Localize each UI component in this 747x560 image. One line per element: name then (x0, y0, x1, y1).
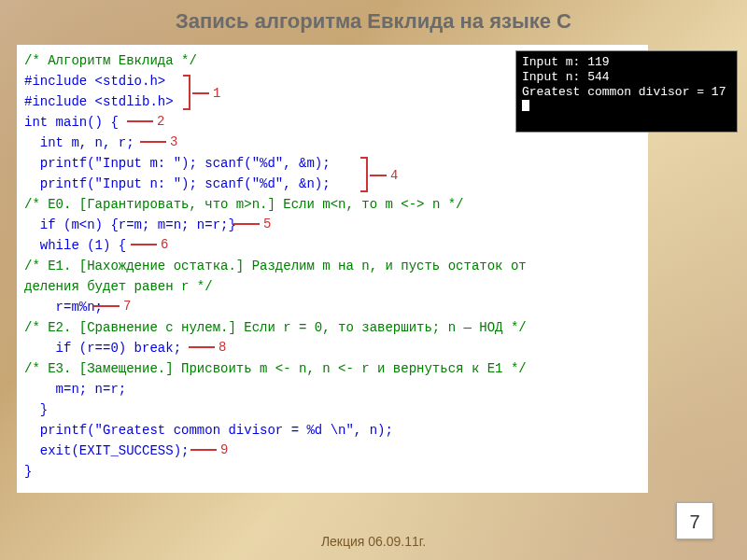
code-line: int m, n, r; (24, 135, 134, 150)
terminal-output: Input m: 119 Input n: 544 Greatest commo… (515, 50, 738, 133)
code-line: /* E1. [Нахождение остатка.] Разделим m … (24, 259, 527, 273)
code-line: #include <stdio.h> (24, 74, 165, 89)
code-line: /* E3. [Замещение.] Присвоить m <- n, n … (24, 361, 527, 376)
code-line: /* E0. [Гарантировать, что m>n.] Если m<… (24, 197, 464, 212)
code-line: while (1) { (24, 238, 126, 253)
annotation-bracket-4 (360, 157, 368, 192)
annotation-4: 4 (370, 168, 398, 183)
annotation-1: 1 (192, 86, 220, 101)
code-line: } (24, 464, 32, 479)
annotation-6: 6 (131, 237, 168, 252)
annotation-8: 8 (189, 340, 226, 355)
code-line: printf("Greatest common divisor = %d \n"… (24, 423, 393, 438)
code-line: r=m%n; (24, 300, 103, 315)
code-line: int main() { (24, 115, 119, 130)
code-line: printf("Input n: "); scanf("%d", &n); (24, 176, 331, 191)
terminal-line: Greatest common divisor = 17 (522, 85, 726, 99)
terminal-line: Input m: 119 (522, 55, 610, 69)
code-line: m=n; n=r; (24, 382, 126, 397)
code-line: #include <stdlib.h> (24, 94, 174, 109)
code-line: exit(EXIT_SUCCESS); (24, 443, 189, 458)
annotation-3: 3 (140, 134, 177, 149)
terminal-cursor (522, 100, 529, 111)
page-title: Запись алгоритма Евклида на языке С (0, 9, 747, 34)
code-line: } (24, 402, 48, 417)
annotation-7: 7 (93, 299, 131, 314)
code-line: /* E2. [Сравнение с нулем.] Если r = 0, … (24, 320, 527, 335)
footer-text: Лекция 06.09.11г. (0, 534, 747, 549)
code-line: if (r==0) break; (24, 341, 181, 356)
annotation-9: 9 (190, 442, 228, 457)
code-line: деления будет равен r */ (24, 279, 213, 294)
annotation-bracket-1 (183, 75, 190, 110)
annotation-5: 5 (233, 217, 271, 231)
annotation-2: 2 (127, 114, 164, 129)
page-number: 7 (676, 502, 713, 539)
code-line: if (m<n) {r=m; m=n; n=r;} (24, 217, 236, 232)
code-line: /* Алгоритм Евклида */ (24, 53, 197, 68)
terminal-line: Input n: 544 (522, 70, 610, 84)
code-line: printf("Input m: "); scanf("%d", &m); (24, 156, 331, 171)
